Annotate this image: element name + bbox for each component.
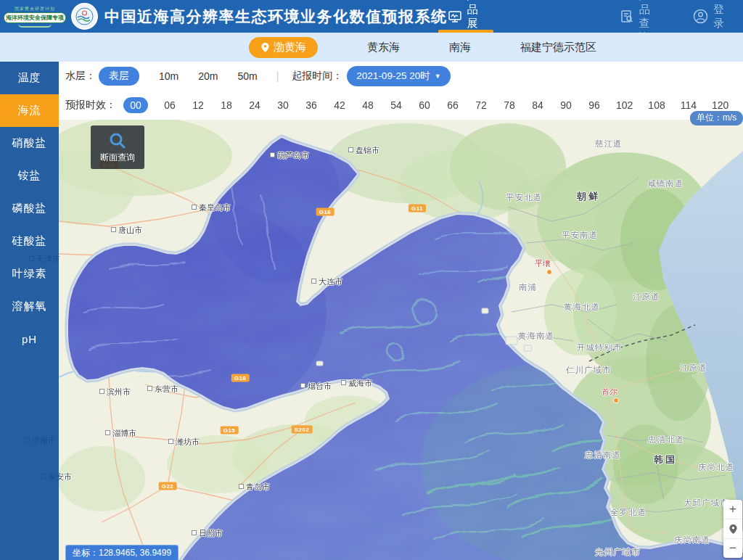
location-pin-icon (260, 42, 270, 53)
forecast-hour-option[interactable]: 42 (333, 99, 346, 111)
sidebar-item[interactable]: 海流 (0, 94, 59, 127)
nav-label: 登录 (713, 3, 724, 30)
sidebar-item-label: pH (22, 333, 37, 345)
sidebar-item-label: 硅酸盐 (12, 234, 47, 248)
monitor-chart-icon (448, 9, 462, 24)
sidebar-item[interactable]: 温度 (0, 62, 59, 94)
forecast-hour-option[interactable]: 78 (503, 99, 516, 111)
coordinates-readout: 坐标：128.9465, 36.9499 (65, 545, 178, 560)
start-time-label: 起报时间： (292, 70, 342, 83)
layer-option[interactable]: 10m (159, 70, 178, 82)
forecast-label: 预报时效： (65, 99, 116, 112)
nav-product-display[interactable]: 产品展示 (448, 0, 485, 33)
forecast-hour-options: 00 06 12 18 24 30 36 42 48 54 60 66 (123, 97, 728, 113)
project-logo: 国家重点研发计划 海洋环境安全保障专项 (4, 6, 66, 28)
sidebar-item[interactable]: 磷酸盐 (0, 192, 59, 225)
sidebar-item[interactable]: 硝酸盐 (0, 127, 59, 160)
layer-options: 表层 10m 20m 50m (99, 67, 258, 86)
app-title: 中国近海高分辨率生态环境业务化数值预报系统 (104, 7, 448, 27)
nav-product-query[interactable]: 产品查询 (620, 0, 657, 33)
forecast-hours-row: 预报时效： 00 06 12 18 24 30 36 42 48 54 (59, 91, 743, 120)
sidebar-item-label: 磷酸盐 (12, 202, 47, 215)
region-tab-label: 南海 (449, 41, 471, 54)
map-zoom-control: + − (723, 500, 742, 558)
forecast-hour-option[interactable]: 12 (192, 99, 205, 111)
layer-option[interactable]: 50m (237, 70, 257, 82)
section-query-button[interactable]: 断面查询 (91, 125, 144, 169)
forecast-hour-option[interactable]: 36 (305, 99, 318, 111)
sidebar-item[interactable]: 铵盐 (0, 160, 59, 192)
forecast-hour-option[interactable]: 90 (559, 99, 572, 111)
forecast-hour-option[interactable]: 120 (712, 99, 728, 111)
region-tab[interactable]: 黄东海 (367, 41, 400, 54)
sidebar-item-label: 硝酸盐 (12, 136, 47, 150)
app-header: 国家重点研发计划 海洋环境安全保障专项 中国近海高分辨率生态环境业务化数值预报系… (0, 0, 743, 33)
sidebar-item-label: 海流 (18, 104, 41, 118)
sidebar-item[interactable]: 溶解氧 (0, 290, 59, 323)
sidebar-item[interactable]: 硅酸盐 (0, 225, 59, 258)
sidebar-item[interactable]: 叶绿素 (0, 258, 59, 290)
header-nav: 产品展示 产品查询 登录 (448, 0, 743, 33)
app-window: 葫芦岛市 盘锦市 秦皇岛市 唐山市 大连市 天津市 滨州市 东营市 淄博市 潍坊… (0, 0, 743, 560)
sidebar-item-label: 叶绿素 (12, 267, 47, 281)
region-tab[interactable]: 渤黄海 (249, 37, 318, 58)
chevron-down-icon: ▼ (435, 73, 441, 80)
logo-top-text: 国家重点研发计划 (15, 6, 55, 12)
locate-button[interactable] (723, 519, 742, 539)
location-pin-icon (728, 524, 738, 535)
forecast-hour-option[interactable]: 18 (220, 99, 233, 111)
region-tab-label: 渤黄海 (274, 41, 306, 54)
forecast-hour-option[interactable]: 66 (446, 99, 459, 111)
user-icon (693, 9, 708, 24)
region-tab-label: 黄东海 (367, 41, 400, 54)
forecast-hour-option[interactable]: 24 (248, 99, 261, 111)
layer-label: 水层： (65, 70, 96, 83)
forecast-hour-option[interactable]: 60 (418, 99, 431, 111)
logo-main-text: 海洋环境安全保障专项 (4, 12, 66, 23)
zoom-in-button[interactable]: + (723, 500, 742, 519)
start-time-dropdown[interactable]: 2021-09-25 20时 ▼ (347, 66, 450, 86)
doc-search-icon (620, 9, 634, 24)
map-graphics (59, 120, 743, 560)
forecast-hour-option[interactable]: 48 (361, 99, 374, 111)
unit-badge: 单位：m/s (690, 111, 743, 125)
region-tab[interactable]: 福建宁德示范区 (520, 41, 596, 54)
forecast-hour-option[interactable]: 108 (648, 99, 665, 111)
forecast-hour-option[interactable]: 84 (531, 99, 544, 111)
forecast-hour-option[interactable]: 96 (588, 99, 601, 111)
region-tab-label: 福建宁德示范区 (520, 41, 596, 54)
forecast-hour-option[interactable]: 06 (163, 99, 176, 111)
institute-logo-icon (71, 3, 98, 30)
zoom-out-button[interactable]: − (723, 539, 742, 558)
region-tab[interactable]: 南海 (449, 41, 471, 54)
forecast-hour-option[interactable]: 30 (276, 99, 290, 111)
section-query-label: 断面查询 (100, 152, 135, 164)
layer-time-row: 水层： 表层 10m 20m 50m | 起报时间： 2021-09-25 20… (59, 62, 743, 91)
magnifier-icon (108, 131, 127, 150)
sidebar-item[interactable]: pH (0, 323, 59, 355)
nav-login[interactable]: 登录 (693, 0, 724, 33)
forecast-hour-option[interactable]: 00 (123, 97, 148, 113)
forecast-hour-option[interactable]: 102 (616, 99, 633, 111)
layer-option[interactable]: 表层 (99, 67, 139, 86)
map-canvas[interactable] (59, 120, 743, 560)
sidebar-items: 温度 海流 硝酸盐 铵盐 磷酸盐 硅酸盐 叶绿素 溶解氧 pH (0, 62, 59, 355)
forecast-hour-option[interactable]: 54 (390, 99, 403, 111)
divider: | (276, 70, 279, 82)
sidebar-item-label: 铵盐 (18, 169, 41, 183)
forecast-hour-option[interactable]: 72 (475, 99, 488, 111)
start-time-value: 2021-09-25 20时 (356, 70, 430, 83)
logo-arc-decoration (18, 24, 52, 28)
sidebar-item-label: 温度 (18, 71, 41, 85)
region-tab-bar: 渤黄海 黄东海 南海 (0, 33, 743, 62)
parameter-sidebar: 温度 海流 硝酸盐 铵盐 磷酸盐 硅酸盐 叶绿素 溶解氧 pH (0, 62, 59, 560)
sidebar-item-label: 溶解氧 (12, 300, 47, 313)
layer-option[interactable]: 20m (198, 70, 218, 82)
forecast-hour-option[interactable]: 114 (681, 99, 697, 111)
